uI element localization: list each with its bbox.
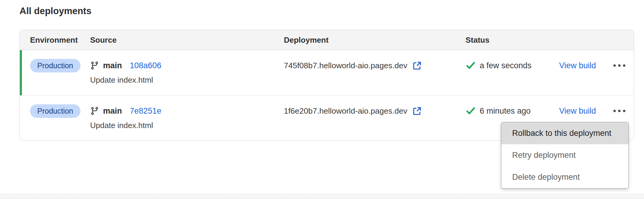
view-build-link[interactable]: View build — [559, 106, 596, 116]
success-check-icon — [466, 60, 476, 71]
table-row: Production main 108a606 Update index.htm… — [20, 50, 634, 95]
success-check-icon — [466, 106, 476, 116]
commit-message: Update index.html — [90, 75, 284, 85]
deployment-url: 745f08b7.helloworld-aio.pages.dev — [284, 61, 407, 70]
col-header-status: Status — [466, 35, 634, 45]
commit-link[interactable]: 108a606 — [130, 61, 161, 70]
commit-link[interactable]: 7e8251e — [130, 106, 161, 116]
view-build-link[interactable]: View build — [559, 61, 596, 70]
col-header-source: Source — [90, 35, 284, 45]
page-title: All deployments — [20, 6, 91, 17]
table-header-row: Environment Source Deployment Status — [20, 30, 634, 50]
page-bottom-divider — [0, 194, 644, 199]
environment-badge: Production — [30, 104, 80, 118]
menu-item-rollback[interactable]: Rollback to this deployment — [501, 122, 628, 144]
branch-name: main — [103, 106, 122, 116]
deployment-cell: 745f08b7.helloworld-aio.pages.dev — [284, 59, 466, 86]
menu-item-delete[interactable]: Delete deployment — [501, 166, 628, 188]
col-header-deployment: Deployment — [284, 35, 466, 45]
commit-message: Update index.html — [90, 121, 284, 130]
row-actions-menu-button[interactable] — [613, 63, 626, 69]
environment-cell: Production — [30, 59, 90, 86]
environment-badge: Production — [30, 59, 80, 72]
external-link-icon[interactable] — [412, 106, 422, 116]
external-link-icon[interactable] — [412, 61, 422, 70]
deploy-time: 6 minutes ago — [480, 106, 531, 116]
branch-name: main — [103, 61, 122, 70]
source-cell: main 7e8251e Update index.html — [90, 104, 284, 131]
source-cell: main 108a606 Update index.html — [90, 59, 284, 86]
environment-cell: Production — [30, 104, 90, 131]
deployment-url: 1f6e20b7.helloworld-aio.pages.dev — [284, 106, 407, 116]
git-branch-icon — [90, 106, 99, 115]
deployment-cell: 1f6e20b7.helloworld-aio.pages.dev — [284, 104, 466, 131]
row-actions-menu-button[interactable] — [613, 108, 626, 114]
deploy-time: a few seconds — [480, 61, 532, 70]
menu-item-retry[interactable]: Retry deployment — [501, 144, 628, 166]
deployment-actions-menu: Rollback to this deployment Retry deploy… — [501, 122, 629, 188]
git-branch-icon — [90, 61, 99, 70]
status-cell: a few seconds View build — [466, 59, 634, 86]
col-header-environment: Environment — [30, 35, 90, 45]
